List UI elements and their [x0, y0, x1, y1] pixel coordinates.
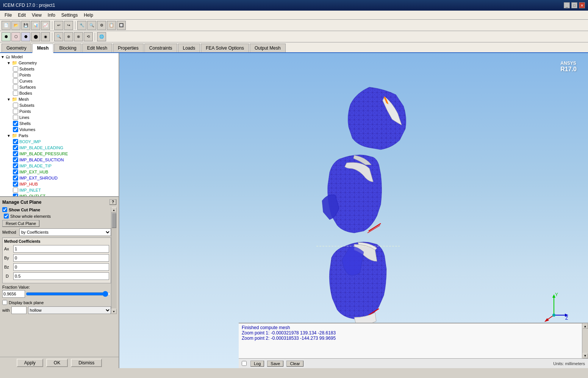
- tb2-btn1[interactable]: ⬢: [2, 32, 11, 41]
- tb2-btn10[interactable]: 🌐: [97, 32, 106, 41]
- tb-redo[interactable]: ↪: [64, 21, 73, 30]
- tb2-btn2[interactable]: ⬡: [11, 32, 20, 41]
- tree-points2[interactable]: Points: [1, 108, 118, 114]
- menu-file[interactable]: File: [2, 12, 15, 19]
- tb-new[interactable]: 📄: [2, 21, 11, 30]
- tree-outlet-check[interactable]: [13, 194, 18, 197]
- tree-bodies[interactable]: Bodies: [1, 90, 118, 96]
- fraction-input[interactable]: [2, 290, 25, 298]
- ok-button[interactable]: OK: [46, 359, 68, 367]
- tree-subsets1-check[interactable]: [13, 66, 18, 72]
- menu-settings[interactable]: Settings: [58, 12, 81, 19]
- tab-blocking[interactable]: Blocking: [54, 44, 81, 52]
- log-button[interactable]: Log: [250, 361, 264, 367]
- menu-info[interactable]: Info: [45, 12, 58, 19]
- tree-points1-check[interactable]: [13, 72, 18, 78]
- tree-blade-pressure-check[interactable]: [13, 151, 18, 156]
- tab-output[interactable]: Output Mesh: [250, 44, 286, 52]
- tb-open[interactable]: 📂: [11, 21, 20, 30]
- tree-ext-hub[interactable]: IMP_EXT_HUB: [1, 169, 118, 175]
- tree-ext-hub-check[interactable]: [13, 169, 18, 175]
- tb-btn12[interactable]: 🔲: [117, 21, 126, 30]
- console-scroll-up[interactable]: ▲: [583, 323, 588, 329]
- tb-btn11[interactable]: 📋: [107, 21, 116, 30]
- with-input[interactable]: [11, 306, 27, 314]
- tree-points2-check[interactable]: [13, 109, 18, 114]
- tree-subsets2[interactable]: Subsets: [1, 102, 118, 108]
- tb2-btn6[interactable]: 🔍: [54, 32, 63, 41]
- tree-bodies-check[interactable]: [13, 91, 18, 96]
- apply-button[interactable]: Apply: [17, 359, 43, 367]
- menu-edit[interactable]: Edit: [15, 12, 29, 19]
- ax-input[interactable]: [13, 245, 109, 253]
- clear-button[interactable]: Clear: [286, 361, 303, 367]
- by-input[interactable]: [13, 254, 109, 262]
- titlebar-controls[interactable]: _ □ ✕: [564, 2, 585, 8]
- tree-shells-check[interactable]: [13, 121, 18, 126]
- cut-plane-scrollbar[interactable]: ▲ ▼: [111, 207, 116, 314]
- console-scroll-down[interactable]: ▼: [583, 353, 588, 358]
- help-icon[interactable]: ?: [109, 199, 116, 205]
- tb2-btn8[interactable]: ⊗: [74, 32, 83, 41]
- viewport[interactable]: ANSYS R17.0: [119, 53, 588, 368]
- tree-blade-suction-check[interactable]: [13, 157, 18, 162]
- maximize-button[interactable]: □: [571, 2, 577, 8]
- show-whole-elements-check[interactable]: [4, 214, 9, 219]
- display-back-check[interactable]: [2, 300, 7, 305]
- tb-btn5[interactable]: 📈: [41, 21, 50, 30]
- tree-points1[interactable]: Points: [1, 72, 118, 78]
- log-check[interactable]: [242, 361, 247, 366]
- tab-geometry[interactable]: Geometry: [2, 44, 31, 52]
- tb2-btn9[interactable]: ⟲: [84, 32, 93, 41]
- tree-subsets2-check[interactable]: [13, 103, 18, 108]
- show-cut-plane-check[interactable]: [2, 207, 7, 212]
- tab-mesh[interactable]: Mesh: [32, 44, 54, 53]
- tab-editmesh[interactable]: Edit Mesh: [82, 44, 112, 52]
- close-button[interactable]: ✕: [579, 2, 585, 8]
- tb-btn8[interactable]: 🔧: [77, 21, 86, 30]
- hollow-select[interactable]: hollow solid wireframe: [28, 306, 111, 314]
- tb-undo[interactable]: ↩: [54, 21, 63, 30]
- tree-surfaces-check[interactable]: [13, 84, 18, 90]
- method-select[interactable]: by Coefficients by Normal by Points: [19, 228, 111, 236]
- save-button[interactable]: Save: [267, 361, 283, 367]
- tree-volumes-check[interactable]: [13, 127, 18, 132]
- tree-hub[interactable]: IMP_HUB: [1, 181, 118, 187]
- tree-mesh[interactable]: ▼ 📁 Mesh: [1, 96, 118, 102]
- tree-blade-leading[interactable]: IMP_BLADE_LEADING: [1, 145, 118, 151]
- tb2-btn3[interactable]: ⬣: [21, 32, 30, 41]
- tree-parts[interactable]: ▼ 📁 Parts: [1, 133, 118, 139]
- console-scrollbar[interactable]: ▲ ▼: [582, 323, 588, 358]
- tree-lines-check[interactable]: [13, 115, 18, 120]
- tree-lines[interactable]: Lines: [1, 114, 118, 120]
- tree-inlet[interactable]: IMP_INLET: [1, 187, 118, 193]
- tree-blade-pressure[interactable]: IMP_BLADE_PRESSURE: [1, 151, 118, 157]
- tree-view[interactable]: ▼ 🗂 Model ▼ 📁 Geometry Subsets Points Cu…: [0, 53, 119, 197]
- fraction-slider[interactable]: [26, 291, 111, 297]
- scroll-thumb[interactable]: [112, 213, 116, 228]
- tree-model[interactable]: ▼ 🗂 Model: [1, 54, 118, 60]
- tb-btn4[interactable]: 📊: [31, 21, 40, 30]
- tab-properties[interactable]: Properties: [113, 44, 144, 52]
- tree-subsets1[interactable]: Subsets: [1, 66, 118, 72]
- tree-volumes[interactable]: Volumes: [1, 127, 118, 133]
- tree-curves[interactable]: Curves: [1, 78, 118, 84]
- minimize-button[interactable]: _: [564, 2, 570, 8]
- bz-input[interactable]: [13, 263, 109, 271]
- tb2-btn4[interactable]: ⬤: [31, 32, 40, 41]
- tb-save[interactable]: 💾: [21, 21, 30, 30]
- reset-cut-plane-button[interactable]: Reset Cut Plane: [2, 220, 39, 227]
- dismiss-button[interactable]: Dismiss: [71, 359, 102, 367]
- tb2-btn7[interactable]: ⊕: [64, 32, 73, 41]
- tree-shells[interactable]: Shells: [1, 120, 118, 127]
- scroll-down-btn[interactable]: ▼: [111, 309, 117, 314]
- tree-inlet-check[interactable]: [13, 187, 18, 193]
- tb2-btn5[interactable]: ◉: [41, 32, 50, 41]
- tree-hub-check[interactable]: [13, 181, 18, 187]
- menu-view[interactable]: View: [29, 12, 45, 19]
- tree-outlet[interactable]: IMP_OUTLET: [1, 193, 118, 197]
- tab-constraints[interactable]: Constraints: [144, 44, 177, 52]
- tree-ext-shroud[interactable]: IMP_EXT_SHROUD: [1, 175, 118, 181]
- d-input[interactable]: [13, 272, 109, 280]
- tree-blade-leading-check[interactable]: [13, 145, 18, 150]
